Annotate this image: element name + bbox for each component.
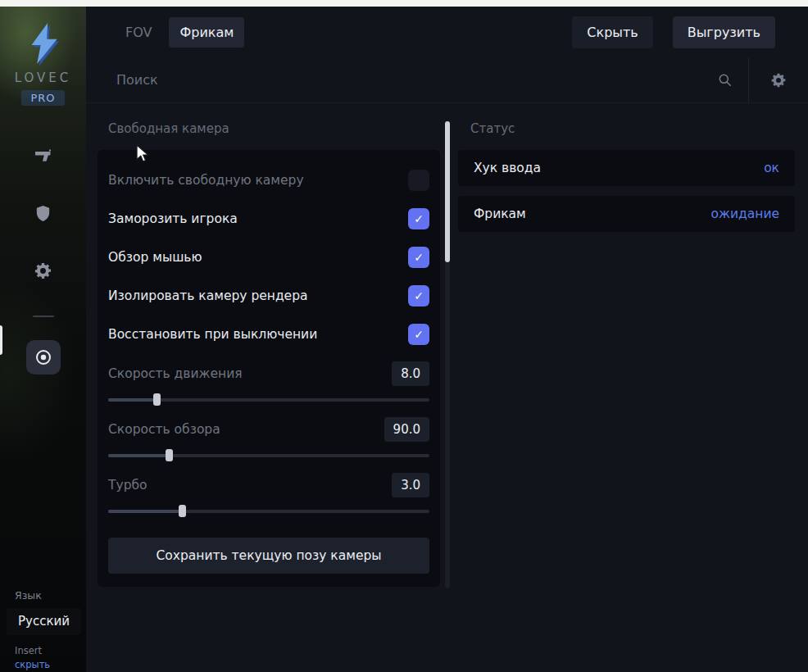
slider-label: Турбо [108,478,148,493]
content: Свободная камера Включить свободную каме… [86,103,808,671]
game-top-edge [0,0,808,7]
slider-label: Скорость движения [108,366,243,381]
status-section: Статус Хук ввода ок Фрикам ожидание [458,103,795,671]
checkbox[interactable] [408,208,429,229]
checkbox[interactable] [408,324,429,345]
movement-speed-slider[interactable] [108,393,429,406]
status-badge: ожидание [711,207,779,221]
language-selector[interactable]: Русский [7,608,81,635]
checkbox[interactable] [408,170,429,191]
movement-speed-setting: Скорость движения 8.0 [108,357,429,406]
status-label: Фрикам [474,207,526,221]
search-bar [86,57,808,103]
section-title: Статус [470,121,795,136]
logo-text: LOVEC [15,70,72,85]
vertical-scrollbar[interactable] [445,121,450,588]
toggle-label: Изолировать камеру рендера [108,288,307,303]
toggle-mouse-look[interactable]: Обзор мышью [108,238,429,276]
search-input[interactable] [116,72,717,88]
unload-button[interactable]: Выгрузить [673,16,775,48]
checkbox[interactable] [408,247,429,268]
freecam-section: Свободная камера Включить свободную каме… [98,103,440,671]
turbo-setting: Турбо 3.0 [108,469,429,517]
slider-value: 8.0 [392,361,429,386]
gear-icon [770,72,787,89]
status-badge: ок [764,161,779,175]
sidebar-nav [26,138,61,397]
sidebar-footer: Язык Русский Insert скрыть [0,589,86,672]
tab-fov[interactable]: FOV [115,17,162,48]
hotkey-label: Insert [15,645,86,656]
slider-handle[interactable] [179,505,186,517]
slider-value: 90.0 [384,417,429,442]
menu-settings-button[interactable] [748,57,808,102]
slider-handle[interactable] [166,449,173,461]
look-speed-slider[interactable] [108,449,429,461]
language-label: Язык [15,589,86,602]
freecam-panel: Включить свободную камеру Заморозить игр… [98,150,440,587]
gun-icon [34,146,53,166]
toggle-label: Восстановить при выключении [108,327,317,342]
search-icon[interactable] [717,72,733,89]
sidebar-item-settings[interactable] [26,253,61,288]
active-item-indicator [0,325,2,355]
status-label: Хук ввода [474,161,541,175]
shield-icon [34,204,52,223]
lightning-logo-icon [22,21,65,66]
checkbox[interactable] [408,285,429,306]
tab-freecam[interactable]: Фрикам [169,17,244,48]
sidebar-item-protection[interactable] [26,196,61,230]
freecam-target-icon [34,347,53,367]
status-row-input-hook: Хук ввода ок [458,150,795,186]
toggle-freeze-player[interactable]: Заморозить игрока [108,199,429,238]
toggle-enable-freecam[interactable]: Включить свободную камеру [108,161,429,199]
sidebar-item-weapons[interactable] [26,138,61,173]
toggle-label: Обзор мышью [108,250,202,265]
slider-handle[interactable] [153,393,161,406]
topbar: FOV Фрикам Скрыть Выгрузить [86,7,808,57]
scrollbar-thumb[interactable] [445,121,450,262]
hide-menu-link[interactable]: скрыть [15,659,86,670]
pro-badge: PRO [21,90,64,106]
toggle-label: Заморозить игрока [108,211,238,226]
sidebar-divider [33,316,54,317]
look-speed-setting: Скорость обзора 90.0 [108,413,429,461]
gear-icon [34,261,52,280]
save-camera-pose-button[interactable]: Сохранить текущую позу камеры [108,538,429,574]
toggle-restore-on-disable[interactable]: Восстановить при выключении [108,315,429,353]
slider-value: 3.0 [392,473,429,497]
turbo-slider[interactable] [108,505,429,517]
toggle-isolate-render-camera[interactable]: Изолировать камеру рендера [108,276,429,315]
hide-button[interactable]: Скрыть [572,16,652,48]
trainer-overlay: LOVEC PRO [0,0,808,672]
slider-label: Скорость обзора [108,422,220,437]
sidebar-item-freecam[interactable] [26,340,61,375]
status-row-freecam: Фрикам ожидание [458,196,795,232]
main-panel: FOV Фрикам Скрыть Выгрузить [86,7,808,672]
sidebar: LOVEC PRO [0,7,86,672]
toggle-label: Включить свободную камеру [108,173,304,188]
section-title: Свободная камера [108,121,440,136]
